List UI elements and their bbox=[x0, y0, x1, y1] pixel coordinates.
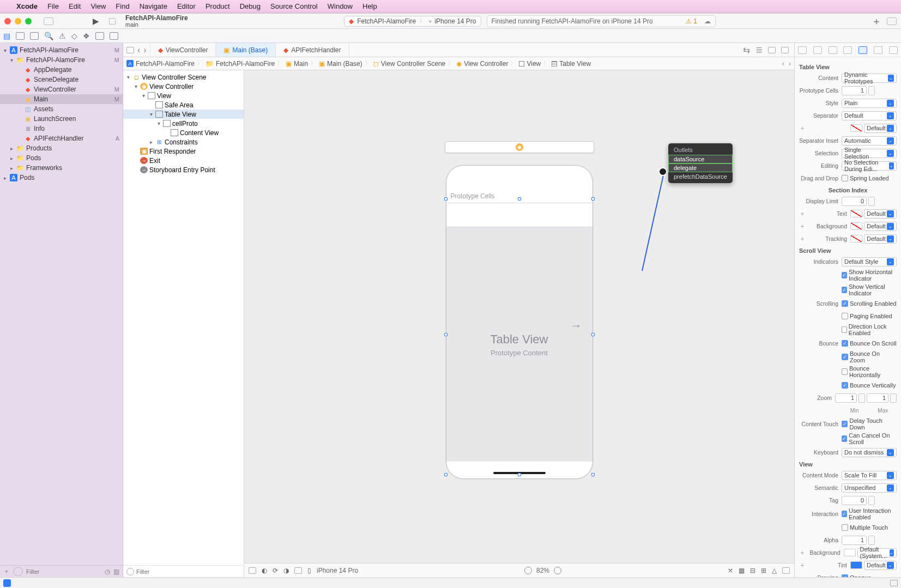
selection-handle[interactable] bbox=[591, 333, 595, 336]
embed-in-icon[interactable]: ▦ bbox=[739, 567, 745, 574]
stepper-icon[interactable] bbox=[868, 86, 875, 95]
outline-contentview[interactable]: Content View bbox=[123, 128, 244, 137]
bounce-v-checkbox[interactable]: ✓ bbox=[842, 382, 848, 389]
storyboard-canvas[interactable]: ◉ Prototype Cells Table View Prototype C… bbox=[244, 70, 794, 563]
separator-color-select[interactable]: Default⌄ bbox=[864, 124, 897, 133]
canvas-bottom-bar[interactable]: ◐ ⟳ ◑ ▯ iPhone 14 Pro 82% ⤧ bbox=[244, 563, 794, 577]
outline-exit[interactable]: →Exit bbox=[123, 156, 244, 165]
view-as-icon[interactable]: ◐ bbox=[262, 567, 267, 574]
entry-point-arrow-icon[interactable]: → bbox=[570, 319, 582, 333]
connections-inspector-icon[interactable] bbox=[889, 46, 898, 54]
index-text-swatch[interactable] bbox=[850, 210, 862, 217]
outlets-popup[interactable]: Outlets dataSource delegate prefetchData… bbox=[668, 143, 733, 183]
device-label[interactable]: iPhone 14 Pro bbox=[317, 567, 358, 574]
selection-handle[interactable] bbox=[518, 197, 521, 201]
symbol-navigator-icon[interactable] bbox=[30, 32, 39, 40]
toggle-outline-icon[interactable] bbox=[249, 567, 256, 574]
menu-view[interactable]: View bbox=[90, 2, 106, 10]
nav-item-assets[interactable]: ◫Assets bbox=[0, 104, 123, 114]
nav-pods-root[interactable]: ▸APods bbox=[0, 173, 123, 183]
zoom-min-field[interactable]: 1 bbox=[835, 393, 857, 403]
appearance-icon[interactable]: ◑ bbox=[283, 567, 289, 574]
paging-checkbox[interactable] bbox=[842, 313, 848, 319]
debug-navigator-icon[interactable]: ❖ bbox=[83, 32, 90, 40]
show-v-checkbox[interactable]: ✓ bbox=[842, 287, 847, 293]
attributes-inspector-icon[interactable] bbox=[858, 46, 867, 54]
nav-item-main[interactable]: ▣MainM bbox=[0, 94, 123, 104]
nav-item-apifetchhandler[interactable]: ◆APIFetchHandlerA bbox=[0, 134, 123, 143]
selection-handle[interactable] bbox=[518, 473, 521, 476]
prototype-cells-field[interactable]: 1 bbox=[842, 86, 867, 95]
navigator-filter-input[interactable] bbox=[26, 568, 101, 575]
stepper-icon[interactable] bbox=[868, 197, 875, 206]
menu-navigate[interactable]: Navigate bbox=[140, 2, 167, 10]
outline-filter-icon[interactable] bbox=[126, 568, 134, 575]
editing-select[interactable]: No Selection During Edi...⌄ bbox=[842, 161, 897, 171]
content-mode-select[interactable]: Scale To Fill⌄ bbox=[842, 471, 897, 480]
outline-filter-bar[interactable] bbox=[123, 565, 244, 577]
selection-handle[interactable] bbox=[444, 473, 448, 476]
pin-icon[interactable]: ⊞ bbox=[761, 567, 766, 574]
outline-filter-input[interactable] bbox=[136, 568, 240, 575]
project-navigator[interactable]: ▾A FetchAPI-AlamoFireM ▾📁 FetchAPI-Alamo… bbox=[0, 43, 123, 577]
tint-select[interactable]: Default⌄ bbox=[864, 561, 897, 570]
bounce-scroll-checkbox[interactable]: ✓ bbox=[842, 340, 848, 347]
assistant-icon[interactable] bbox=[768, 47, 776, 53]
orientation-icon[interactable]: ⟳ bbox=[273, 567, 278, 574]
outline-entry-point[interactable]: →Storyboard Entry Point bbox=[123, 165, 244, 174]
delay-touch-checkbox[interactable]: ✓ bbox=[842, 421, 848, 427]
nav-item-appdelegate[interactable]: ◆AppDelegate bbox=[0, 65, 123, 75]
adjust-editor-icon[interactable]: ⇆ bbox=[743, 45, 750, 55]
style-select[interactable]: Plain⌄ bbox=[842, 99, 897, 108]
menu-source-control[interactable]: Source Control bbox=[270, 2, 318, 10]
add-icon[interactable]: ＋ bbox=[3, 567, 10, 576]
dock-app-icon[interactable] bbox=[3, 579, 11, 587]
nav-back-icon[interactable]: ‹ bbox=[137, 45, 140, 55]
nav-folder-products[interactable]: ▸📁Products bbox=[0, 143, 123, 153]
indicators-select[interactable]: Default Style⌄ bbox=[842, 257, 897, 266]
index-text-select[interactable]: Default⌄ bbox=[864, 209, 897, 219]
outline-constraints[interactable]: ▸⊞Constraints bbox=[123, 137, 244, 147]
selection-handle[interactable] bbox=[591, 473, 595, 476]
content-select[interactable]: Dynamic Prototypes⌄ bbox=[842, 74, 897, 83]
index-track-select[interactable]: Default⌄ bbox=[864, 234, 897, 244]
outline-safearea[interactable]: Safe Area bbox=[123, 100, 244, 110]
multitouch-checkbox[interactable] bbox=[842, 524, 848, 531]
index-track-swatch[interactable] bbox=[850, 235, 862, 243]
separator-select[interactable]: Default⌄ bbox=[842, 111, 897, 120]
outline-scene[interactable]: ▾◻View Controller Scene bbox=[123, 72, 244, 82]
zoom-max-field[interactable]: 1 bbox=[867, 393, 888, 403]
nav-item-viewcontroller[interactable]: ◆ViewControllerM bbox=[0, 84, 123, 94]
bounce-h-checkbox[interactable] bbox=[842, 368, 848, 375]
keyboard-select[interactable]: Do not dismiss⌄ bbox=[842, 448, 897, 457]
viewcontroller-dock-icon[interactable]: ◉ bbox=[516, 143, 523, 151]
minimize-icon[interactable] bbox=[15, 18, 21, 25]
stepper-icon[interactable] bbox=[890, 393, 897, 403]
nav-item-scenedelegate[interactable]: ◆SceneDelegate bbox=[0, 75, 123, 84]
library-button-icon[interactable]: ＋ bbox=[872, 15, 881, 28]
nav-project-root[interactable]: ▾A FetchAPI-AlamoFireM bbox=[0, 45, 123, 55]
dirlock-checkbox[interactable] bbox=[842, 326, 847, 333]
document-outline[interactable]: ▾◻View Controller Scene ▾◉View Controlle… bbox=[123, 70, 244, 577]
canvas-settings-icon[interactable] bbox=[782, 567, 790, 574]
menu-help[interactable]: Help bbox=[362, 2, 377, 10]
minimap-icon[interactable]: ≣ bbox=[755, 45, 763, 55]
bounce-zoom-checkbox[interactable]: ✓ bbox=[842, 354, 848, 360]
selection-handle[interactable] bbox=[444, 333, 448, 336]
tab-bar[interactable]: ‹ › ◆ViewController ▣Main (Base) ◆APIFet… bbox=[123, 43, 794, 57]
menu-edit[interactable]: Edit bbox=[69, 2, 81, 10]
display-limit-field[interactable]: 0 bbox=[842, 197, 867, 206]
menu-editor[interactable]: Editor bbox=[177, 2, 196, 10]
tab-viewcontroller[interactable]: ◆ViewController bbox=[150, 43, 216, 57]
bg-select[interactable]: Default (System...⌄ bbox=[857, 548, 897, 557]
selection-handle[interactable] bbox=[444, 197, 448, 201]
menu-file[interactable]: File bbox=[47, 2, 59, 10]
issue-navigator-icon[interactable]: ⚠ bbox=[59, 32, 66, 40]
activity-bar[interactable]: Finished running FetchAPI-AlamoFire on i… bbox=[487, 15, 716, 27]
index-bg-select[interactable]: Default⌄ bbox=[864, 222, 897, 231]
outlet-delegate[interactable]: delegate bbox=[668, 163, 733, 172]
canvas-toggle-icon[interactable] bbox=[781, 47, 789, 53]
scm-filter-icon[interactable]: ▥ bbox=[113, 568, 119, 575]
update-frames-icon[interactable]: ⤧ bbox=[728, 567, 733, 574]
menu-find[interactable]: Find bbox=[116, 2, 129, 10]
